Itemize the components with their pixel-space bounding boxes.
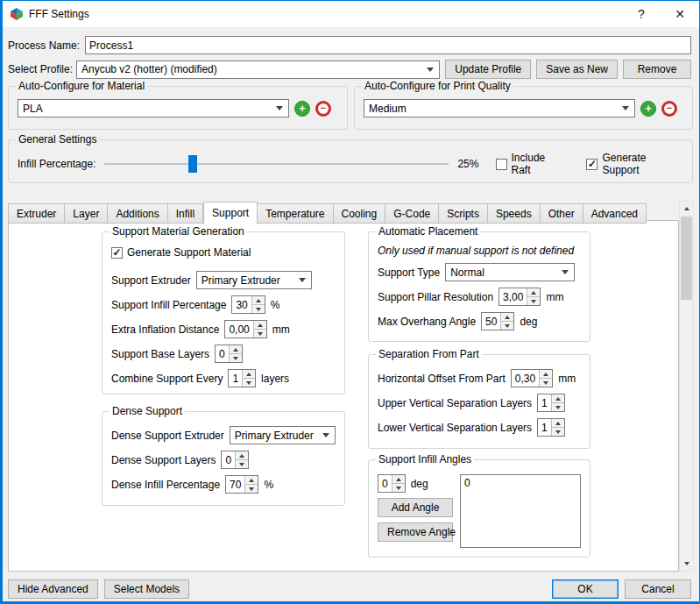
angles-list[interactable]: 0 [460,474,581,548]
spin-up-icon[interactable] [230,345,242,354]
vertical-scrollbar[interactable] [679,201,694,572]
scrollbar-thumb[interactable] [681,217,692,300]
process-name-input[interactable] [85,36,691,54]
title-bar[interactable]: FFF Settings ? ✕ [3,1,699,27]
spin-down-icon[interactable] [230,354,242,362]
spin-up-icon[interactable] [236,451,248,460]
tab-layer[interactable]: Layer [65,203,108,224]
remove-profile-button[interactable]: Remove [623,60,691,79]
scroll-down-icon[interactable] [680,557,693,571]
support-extruder-select[interactable]: Primary Extruder [196,271,312,289]
save-as-new-button[interactable]: Save as New [536,60,618,79]
tab-temperature[interactable]: Temperature [258,203,333,224]
spin-up-icon[interactable] [552,394,564,403]
quality-select[interactable]: Medium [364,99,635,117]
spin-up-icon[interactable] [252,296,265,305]
spin-down-icon[interactable] [552,403,564,411]
ok-button[interactable]: OK [552,579,619,599]
infill-angle-spinner[interactable]: 0 [378,474,406,493]
scroll-up-icon[interactable] [680,202,693,216]
spin-down-icon[interactable] [243,379,255,387]
upper-vertical-separation-spinner[interactable]: 1 [537,394,565,412]
spin-up-icon[interactable] [552,419,564,428]
support-type-select[interactable]: Normal [445,263,575,281]
spin-up-icon[interactable] [540,370,552,379]
lower-vertical-separation-spinner[interactable]: 1 [537,418,565,437]
tab-extruder[interactable]: Extruder [8,203,65,224]
horizontal-offset-spinner[interactable]: 0,30 [511,369,553,387]
tab-support[interactable]: Support [203,202,258,224]
tab-gcode[interactable]: G-Code [385,203,439,224]
hide-advanced-button[interactable]: Hide Advanced [8,579,98,599]
max-overhang-angle-spinner[interactable]: 50 [481,312,514,330]
add-material-button[interactable]: + [294,101,310,117]
spin-down-icon[interactable] [252,305,265,313]
spin-up-icon[interactable] [254,321,266,330]
tab-scripts[interactable]: Scripts [439,203,488,224]
support-infill-angles-group: Support Infill Angles 0 deg Add Angle Re… [368,459,590,558]
add-quality-button[interactable]: + [640,101,656,117]
close-button[interactable]: ✕ [661,1,699,27]
spin-down-icon[interactable] [254,330,266,338]
slider-track[interactable] [104,163,449,165]
upper-vertical-separation-value: 1 [538,394,551,411]
update-profile-button[interactable]: Update Profile [445,60,531,79]
spin-down-icon[interactable] [236,460,248,468]
remove-material-button[interactable]: − [315,101,331,117]
spin-down-icon[interactable] [501,322,513,330]
app-icon [10,7,24,21]
dense-support-extruder-select[interactable]: Primary Extruder [230,426,336,444]
angles-list-item[interactable]: 0 [464,477,576,489]
support-pillar-resolution-spinner[interactable]: 3,00 [498,288,541,306]
generate-support-material-checkbox[interactable] [111,247,123,259]
dense-support-extruder-label: Dense Support Extruder [111,430,224,442]
spin-up-icon[interactable] [527,288,540,297]
auto-configure-material-group: Auto-Configure for Material PLA + − [8,86,348,130]
profile-select[interactable]: Anycub v2 (hotter) (modified) [76,60,440,79]
scrollbar-track[interactable] [680,216,693,557]
combine-support-every-spinner[interactable]: 1 [228,369,256,387]
spin-down-icon[interactable] [392,484,405,492]
tab-infill[interactable]: Infill [168,203,203,224]
spin-up-icon[interactable] [243,370,255,379]
automatic-placement-group: Automatic Placement Only used if manual … [368,231,590,342]
tab-advanced[interactable]: Advanced [583,203,647,224]
generate-support-material-row[interactable]: Generate Support Material [111,246,251,259]
remove-quality-button[interactable]: − [661,101,677,117]
help-button[interactable]: ? [622,1,661,27]
support-material-generation-group: Support Material Generation Generate Sup… [102,231,345,394]
add-angle-button[interactable]: Add Angle [378,498,453,517]
support-infill-percentage-spinner[interactable]: 30 [231,295,265,314]
extra-inflation-distance-spinner[interactable]: 0,00 [224,320,266,338]
infill-percentage-slider[interactable] [104,155,449,173]
automatic-placement-title: Automatic Placement [376,225,480,238]
spin-up-icon[interactable] [392,475,405,484]
combine-support-every-unit: layers [261,373,289,385]
horizontal-offset-unit: mm [558,373,576,385]
spin-down-icon[interactable] [552,428,564,436]
tab-cooling[interactable]: Cooling [334,203,386,224]
lower-vertical-separation-label: Lower Vertical Separation Layers [378,422,532,434]
select-models-button[interactable]: Select Models [104,579,189,599]
spin-down-icon[interactable] [540,379,552,387]
remove-angle-button[interactable]: Remove Angle [378,522,453,542]
material-select[interactable]: PLA [18,99,289,117]
generate-support-checkbox-row[interactable]: Generate Support [586,152,683,176]
include-raft-checkbox-row[interactable]: Include Raft [496,152,566,176]
cancel-button[interactable]: Cancel [625,579,691,599]
tab-additions[interactable]: Additions [108,203,167,224]
generate-support-checkbox[interactable] [586,159,597,170]
spin-down-icon[interactable] [527,297,540,305]
tab-speeds[interactable]: Speeds [488,203,541,224]
spin-up-icon[interactable] [501,313,513,322]
include-raft-checkbox[interactable] [496,159,507,170]
dense-support-layers-spinner[interactable]: 0 [221,451,249,469]
spin-up-icon[interactable] [245,476,258,485]
spin-down-icon[interactable] [245,485,258,493]
dense-support-title: Dense Support [110,405,185,417]
dense-support-layers-value: 0 [222,451,235,468]
slider-handle[interactable] [188,155,197,173]
tab-other[interactable]: Other [541,203,583,224]
dense-infill-percentage-spinner[interactable]: 70 [225,475,258,494]
support-base-layers-spinner[interactable]: 0 [215,345,243,363]
